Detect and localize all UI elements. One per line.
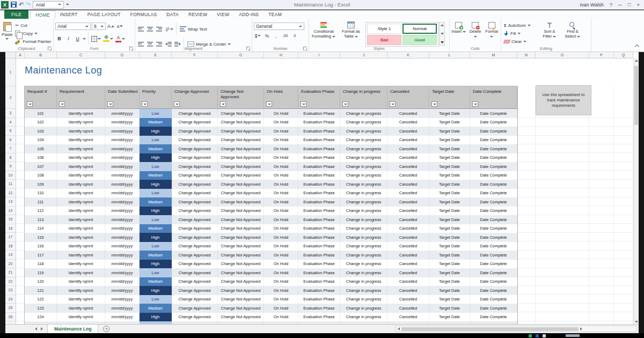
cell[interactable]: Change Approved	[172, 189, 218, 198]
cell[interactable]: Identify rqmnt	[57, 207, 105, 216]
cell[interactable]: Target Date	[429, 313, 470, 322]
font-family-combo[interactable]: Arial	[55, 23, 91, 30]
cell[interactable]: Evaluation Phase	[298, 109, 340, 118]
cell[interactable]: Change in progress	[340, 197, 387, 207]
scroll-left-icon[interactable]	[398, 327, 400, 330]
filter-button[interactable]	[266, 101, 272, 107]
cell[interactable]: On Hold	[264, 277, 298, 286]
cell[interactable]: Change Not Approved	[218, 162, 264, 171]
priority-cell[interactable]: Low	[140, 189, 172, 198]
row-header-21[interactable]: 21	[5, 268, 16, 277]
cell[interactable]: Identify rqmnt	[57, 144, 105, 153]
cell[interactable]: mm/dd/yyyy	[105, 162, 140, 171]
cell[interactable]: Identify rqmnt	[57, 215, 105, 224]
cell[interactable]: Identify rqmnt	[57, 304, 105, 313]
cell[interactable]: Date Complete	[470, 260, 517, 269]
prev-sheet-icon[interactable]	[35, 327, 37, 330]
column-header-D[interactable]: D	[105, 52, 140, 58]
cell[interactable]: Date Complete	[470, 136, 517, 145]
row-header-9[interactable]: 9	[5, 162, 16, 171]
column-header-J[interactable]: J	[340, 52, 387, 58]
column-header-O[interactable]: O	[536, 52, 589, 58]
row-header-23[interactable]: 23	[5, 286, 16, 295]
cell[interactable]: mm/dd/yyyy	[105, 180, 140, 189]
cell[interactable]: Evaluation Phase	[298, 251, 340, 260]
cell[interactable]: mm/dd/yyyy	[105, 153, 140, 163]
cell[interactable]: On Hold	[264, 224, 298, 233]
cell[interactable]: Target Date	[429, 215, 470, 224]
cell[interactable]: Change in progress	[340, 109, 387, 118]
tab-view[interactable]: VIEW	[212, 10, 234, 19]
cell[interactable]: Evaluation Phase	[298, 215, 340, 224]
insert-cells-button[interactable]: Insert	[451, 20, 466, 45]
cell[interactable]: Change Not Approved	[218, 109, 264, 118]
cell[interactable]: Target Date	[429, 171, 470, 180]
cell[interactable]: Evaluation Phase	[298, 313, 340, 322]
column-header-K[interactable]: K	[387, 52, 429, 58]
align-top-button[interactable]	[137, 26, 145, 33]
redo-icon[interactable]: ↷	[26, 2, 31, 8]
row-header-15[interactable]: 15	[5, 215, 16, 224]
cell[interactable]: Change Not Approved	[218, 189, 264, 198]
priority-cell[interactable]: Low	[140, 136, 172, 145]
cell[interactable]: mm/dd/yyyy	[105, 189, 140, 198]
cell[interactable]: Change Not Approved	[218, 171, 264, 180]
table-header-change-approved[interactable]: Change Approved	[172, 86, 218, 108]
shrink-font-button[interactable]: A	[116, 23, 124, 30]
vertical-scroll-thumb[interactable]	[634, 66, 638, 125]
cell[interactable]: Evaluation Phase	[298, 136, 340, 145]
cell[interactable]: Target Date	[429, 277, 470, 286]
vertical-scrollbar[interactable]	[633, 58, 639, 324]
cell[interactable]: Change Approved	[172, 277, 218, 286]
fill-color-button[interactable]	[103, 35, 114, 42]
row-header-4[interactable]: 4	[5, 118, 16, 127]
sheet-tab-maintenance-log[interactable]: Maintenance Log	[47, 325, 98, 333]
cell[interactable]: Cancelled	[387, 224, 429, 233]
tab-review[interactable]: REVIEW	[184, 10, 212, 19]
row-header-20[interactable]: 20	[5, 260, 16, 269]
tab-team[interactable]: TEAM	[264, 10, 287, 19]
tab-add-ins[interactable]: ADD-INS	[234, 10, 264, 19]
cell[interactable]: On Hold	[264, 207, 298, 216]
cell[interactable]: Change in progress	[340, 144, 387, 153]
cell[interactable]: Change Approved	[172, 242, 218, 251]
cell[interactable]: Date Complete	[470, 295, 517, 304]
cell-style-item[interactable]: Good	[402, 35, 437, 45]
cell[interactable]: 102	[25, 118, 57, 127]
cell[interactable]: Change in progress	[340, 136, 387, 145]
cell[interactable]: Change Approved	[172, 251, 218, 260]
help-icon[interactable]: ?	[610, 2, 612, 8]
filter-button[interactable]	[301, 101, 306, 107]
table-header-request-[interactable]: Request #	[25, 86, 57, 108]
cell[interactable]: Change in progress	[340, 162, 387, 171]
clear-button[interactable]: Clear	[503, 38, 537, 45]
cell[interactable]: Cancelled	[387, 197, 429, 207]
cell[interactable]: Identify rqmnt	[57, 224, 105, 233]
paste-button[interactable]: Paste	[2, 20, 12, 45]
align-middle-button[interactable]	[146, 26, 154, 33]
cell[interactable]: Identify rqmnt	[57, 171, 105, 180]
cell[interactable]: Cancelled	[387, 286, 429, 295]
cell[interactable]: Target Date	[429, 136, 470, 145]
cell[interactable]: Evaluation Phase	[298, 189, 340, 198]
cell[interactable]: mm/dd/yyyy	[105, 251, 140, 260]
filter-button[interactable]	[27, 101, 33, 107]
cell[interactable]: Target Date	[429, 251, 470, 260]
cell[interactable]: Date Complete	[470, 233, 517, 242]
cell[interactable]: Change Approved	[172, 233, 218, 242]
cell[interactable]: Date Complete	[470, 162, 517, 171]
italic-button[interactable]: I	[64, 35, 72, 42]
cell[interactable]: Change Approved	[172, 268, 218, 277]
cell[interactable]: Target Date	[429, 268, 470, 277]
cell[interactable]: 109	[25, 180, 57, 189]
taskbar-icon[interactable]	[536, 334, 539, 337]
cell[interactable]: Date Complete	[470, 207, 517, 216]
cell[interactable]: 120	[25, 277, 57, 286]
chevron-down-icon[interactable]	[83, 38, 86, 40]
filter-button[interactable]	[220, 101, 226, 107]
cell[interactable]: On Hold	[264, 162, 298, 171]
bold-button[interactable]: B	[55, 35, 63, 42]
wrap-text-button[interactable]: Wrap Text	[179, 26, 208, 33]
cell[interactable]: Identify rqmnt	[57, 321, 105, 324]
format-cells-button[interactable]: Format	[484, 20, 499, 45]
